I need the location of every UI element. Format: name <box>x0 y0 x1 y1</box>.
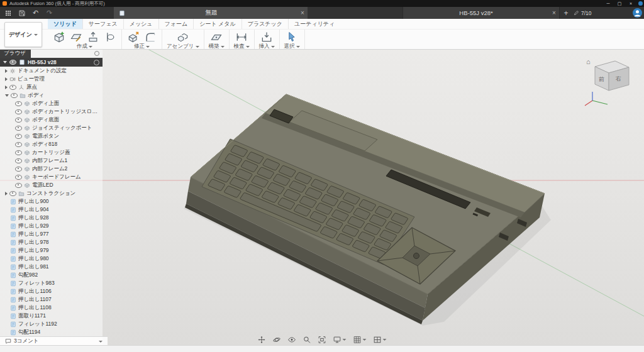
group-create-label[interactable]: 作成 <box>77 43 92 50</box>
visibility-eye-icon[interactable] <box>15 142 22 147</box>
visibility-eye-icon[interactable] <box>9 85 16 90</box>
feature-row[interactable]: 押し出し929 <box>0 222 103 230</box>
visibility-eye-icon[interactable] <box>15 109 22 114</box>
new-tab-button[interactable]: + <box>562 7 570 19</box>
home-icon[interactable]: ⌂ <box>586 58 591 65</box>
feature-row[interactable]: 勾配1194 <box>0 328 103 336</box>
visibility-eye-icon[interactable] <box>9 191 16 196</box>
visibility-eye-icon[interactable] <box>9 60 16 65</box>
feature-row[interactable]: 押し出し928 <box>0 214 103 222</box>
tab-mesh[interactable]: メッシュ <box>123 19 158 29</box>
revolve-button[interactable] <box>103 30 117 43</box>
body-row[interactable]: 電源ボタン <box>0 132 103 140</box>
select-button[interactable] <box>285 30 299 43</box>
grid-settings-button[interactable] <box>353 336 367 344</box>
measure-button[interactable] <box>235 30 248 43</box>
tab-form[interactable]: フォーム <box>158 19 194 29</box>
extrude-button[interactable] <box>86 30 100 43</box>
group-insert-label[interactable]: 挿入 <box>259 43 275 50</box>
feature-row[interactable]: 勾配982 <box>0 271 103 279</box>
maximize-button[interactable]: ▢ <box>614 1 625 6</box>
feature-row[interactable]: 押し出し979 <box>0 246 103 255</box>
create-sketch-button[interactable] <box>69 30 83 43</box>
visibility-eye-icon[interactable] <box>15 183 22 188</box>
feature-row[interactable]: 押し出し900 <box>0 197 103 206</box>
feature-row[interactable]: フィレット983 <box>0 279 103 287</box>
expand-icon[interactable] <box>5 69 8 73</box>
visibility-eye-icon[interactable] <box>15 158 22 163</box>
app-menu-button[interactable] <box>4 9 12 17</box>
browser-folder-bodies[interactable]: ボディ <box>0 91 103 99</box>
editable-documents-counter[interactable]: 7/10 <box>574 7 592 19</box>
construct-plane-button[interactable] <box>209 30 223 43</box>
visibility-eye-icon[interactable] <box>15 167 22 172</box>
tab-plastic[interactable]: プラスチック <box>242 19 288 29</box>
body-row[interactable]: ジョイスティックポート <box>0 124 103 132</box>
body-row[interactable]: 内部フレーム2 <box>0 165 103 173</box>
visibility-eye-icon[interactable] <box>15 126 22 131</box>
body-row[interactable]: 電源LED <box>0 181 103 189</box>
fit-button[interactable] <box>318 336 326 344</box>
body-row[interactable]: カートリッジ蓋 <box>0 148 103 157</box>
feature-row[interactable]: 押し出し980 <box>0 255 103 263</box>
orbit-button[interactable] <box>273 336 281 344</box>
minimize-button[interactable]: ─ <box>603 1 613 6</box>
insert-button[interactable] <box>260 30 274 43</box>
body-row[interactable]: キーボードフレーム <box>0 173 103 181</box>
account-dot-icon[interactable] <box>638 1 643 6</box>
feature-row[interactable]: 押し出し1106 <box>0 287 103 295</box>
visibility-eye-icon[interactable] <box>15 134 22 139</box>
feature-row[interactable]: 面取り1171 <box>0 312 103 320</box>
browser-root-row[interactable]: HB-55J v28 <box>0 58 103 67</box>
expand-icon[interactable] <box>5 85 8 89</box>
visibility-eye-icon[interactable] <box>15 175 22 180</box>
save-button[interactable] <box>18 9 26 17</box>
tab-solid[interactable]: ソリッド <box>48 19 82 29</box>
visibility-eye-icon[interactable] <box>15 101 22 106</box>
group-assemble-label[interactable]: アセンブリ <box>167 43 199 50</box>
expand-icon[interactable] <box>3 61 7 63</box>
press-pull-button[interactable] <box>126 30 140 43</box>
group-construct-label[interactable]: 構築 <box>209 43 225 50</box>
body-row[interactable]: ボディ818 <box>0 140 103 148</box>
visibility-eye-icon[interactable] <box>11 93 18 98</box>
feature-row[interactable]: 押し出し978 <box>0 238 103 246</box>
assemble-button[interactable] <box>176 30 190 43</box>
zoom-button[interactable] <box>303 336 311 344</box>
panel-options-icon[interactable] <box>94 51 99 56</box>
browser-item-document-settings[interactable]: ドキュメントの設定 <box>0 67 103 75</box>
fillet-button[interactable] <box>143 30 157 43</box>
user-avatar[interactable] <box>633 8 642 18</box>
close-window-button[interactable]: × <box>626 1 636 6</box>
group-select-label[interactable]: 選択 <box>284 43 300 50</box>
group-inspect-label[interactable]: 検査 <box>234 43 250 50</box>
viewports-button[interactable] <box>374 336 387 344</box>
expand-icon[interactable] <box>5 192 8 195</box>
tab-untitled-document[interactable]: 無題 × <box>114 7 308 19</box>
close-model-tab-icon[interactable]: × <box>549 9 559 16</box>
browser-item-origin[interactable]: 原点 <box>0 83 103 91</box>
redo-button[interactable]: ↷ <box>45 9 53 17</box>
body-row[interactable]: ボディ底面 <box>0 116 103 124</box>
collapse-icon[interactable] <box>5 94 9 97</box>
feature-row[interactable]: 押し出し981 <box>0 263 103 271</box>
tab-surface[interactable]: サーフェス <box>82 19 123 29</box>
new-component-button[interactable] <box>52 30 66 43</box>
pan-button[interactable] <box>258 336 266 344</box>
activate-radio-icon[interactable] <box>94 60 99 65</box>
browser-item-named-views[interactable]: ビュー管理 <box>0 75 103 83</box>
feature-row[interactable]: フィレット1192 <box>0 320 103 328</box>
visibility-eye-icon[interactable] <box>15 118 22 123</box>
body-row[interactable]: 内部フレーム1 <box>0 157 103 165</box>
feature-row[interactable]: 押し出し904 <box>0 206 103 214</box>
group-modify-label[interactable]: 修正 <box>134 43 150 50</box>
tab-utility[interactable]: ユーティリティ <box>288 19 340 29</box>
undo-button[interactable]: ↶ <box>31 9 40 17</box>
display-settings-button[interactable] <box>333 336 347 344</box>
view-cube[interactable]: ⌂ 前 右 <box>584 54 640 112</box>
look-at-button[interactable] <box>288 336 296 344</box>
feature-row[interactable]: 押し出し977 <box>0 230 103 238</box>
close-tab-icon[interactable]: × <box>297 9 308 16</box>
workspace-selector[interactable]: デザイン <box>4 22 42 47</box>
body-row[interactable]: ボディカートリッジスロット <box>0 107 103 116</box>
